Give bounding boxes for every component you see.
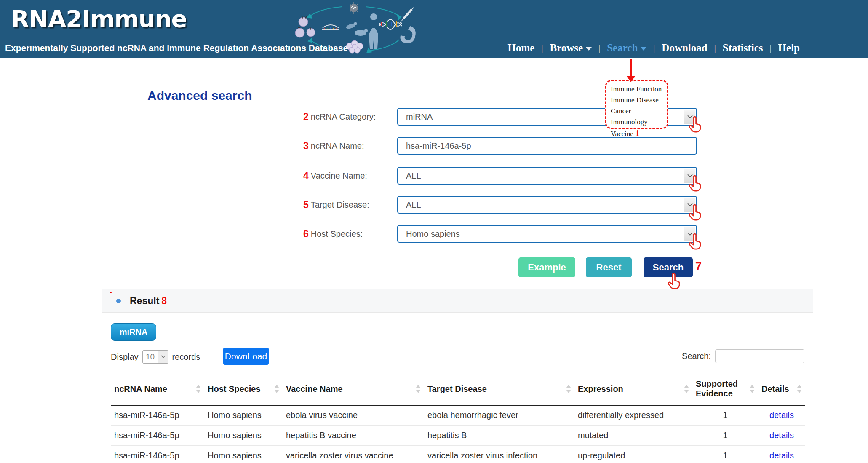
result-header: Result 8 xyxy=(102,289,813,313)
sort-icon[interactable] xyxy=(566,385,571,393)
annotation-step-8: 8 xyxy=(161,295,167,307)
cell-vaccine-name: varicella zoster virus vaccine xyxy=(283,446,424,463)
nav-statistics[interactable]: Statistics xyxy=(723,42,763,54)
annotation-arrow xyxy=(630,59,632,77)
details-link[interactable]: details xyxy=(769,410,794,420)
column-header-expression[interactable]: Expression xyxy=(574,373,692,405)
menu-item-cancer-immunology[interactable]: Cancer Immunology xyxy=(611,106,667,128)
nav-search[interactable]: Search xyxy=(607,42,646,54)
site-header: RNA2Immune xyxy=(0,0,868,58)
nav-help[interactable]: Help xyxy=(778,42,800,54)
ncrna-name-input[interactable] xyxy=(397,137,697,155)
sort-icon[interactable] xyxy=(750,385,754,393)
site-logo: RNA2Immune xyxy=(11,5,187,32)
table-row: hsa-miR-146a-5p Homo sapiens varicella z… xyxy=(111,446,805,463)
annotation-step-2: 2 xyxy=(303,111,309,123)
column-header-ncrna-name[interactable]: ncRNA Name xyxy=(111,373,204,405)
download-button[interactable]: DownLoad xyxy=(223,348,269,365)
reset-button[interactable]: Reset xyxy=(586,257,632,277)
table-search-input[interactable] xyxy=(715,349,804,363)
page-size-select[interactable]: 10 xyxy=(142,350,168,364)
page-length-control: Display 10 records xyxy=(111,348,200,365)
mirna-icon xyxy=(322,25,339,29)
cell-target-disease: ebola hemorrhagic fever xyxy=(424,405,574,426)
example-button[interactable]: Example xyxy=(518,257,575,277)
sort-icon[interactable] xyxy=(684,385,689,393)
cell-vaccine-name: ebola virus vaccine xyxy=(283,405,424,426)
hand-cursor-icon xyxy=(666,273,682,290)
vaccine-name-label: 4Vaccine Name: xyxy=(303,167,367,185)
cell-expression: mutated xyxy=(574,426,692,446)
page-title: Advanced search xyxy=(147,88,252,103)
table-row: hsa-miR-146a-5p Homo sapiens hepatitis B… xyxy=(111,426,805,446)
column-header-supported-evidence[interactable]: Supported Evidence xyxy=(692,373,758,405)
page-size-value: 10 xyxy=(143,352,158,361)
table-row: hsa-miR-146a-5p Homo sapiens ebola virus… xyxy=(111,405,805,426)
hand-cursor-icon xyxy=(687,175,703,192)
ncrna-category-label: 2ncRNA Category: xyxy=(303,108,376,126)
nav-separator: | xyxy=(714,43,716,53)
target-disease-select[interactable]: ALL xyxy=(397,196,697,214)
menu-item-vaccine[interactable]: Vaccine 1 xyxy=(611,128,667,139)
annotation-dot xyxy=(110,292,112,293)
details-link[interactable]: details xyxy=(769,451,794,460)
vaccine-name-select[interactable]: ALL xyxy=(397,167,697,185)
cell-ncrna-name: hsa-miR-146a-5p xyxy=(111,405,204,426)
sort-icon[interactable] xyxy=(196,385,200,393)
column-header-details[interactable]: Details xyxy=(758,373,805,405)
cell-target-disease: hepatitis B xyxy=(424,426,574,446)
details-link[interactable]: details xyxy=(769,431,794,440)
cell-ncrna-name: hsa-miR-146a-5p xyxy=(111,446,204,463)
target-disease-label: 5Target Disease: xyxy=(303,196,369,214)
page-size-dropdown-button[interactable] xyxy=(158,351,168,363)
column-header-target-disease[interactable]: Target Disease xyxy=(424,373,574,405)
menu-item-immune-disease[interactable]: Immune Disease xyxy=(611,95,667,106)
cell-ncrna-name: hsa-miR-146a-5p xyxy=(111,426,204,446)
sort-icon[interactable] xyxy=(275,385,279,393)
annotation-step-4: 4 xyxy=(303,170,309,182)
column-header-vaccine-name[interactable]: Vaccine Name xyxy=(283,373,424,405)
nav-separator: | xyxy=(541,43,543,53)
caret-down-icon xyxy=(641,47,646,51)
result-title: Result xyxy=(130,295,159,307)
nav-separator: | xyxy=(770,43,772,53)
nav-home[interactable]: Home xyxy=(508,42,535,54)
annotation-step-7: 7 xyxy=(695,260,702,273)
result-panel: Result 8 miRNA Display 10 records DownLo… xyxy=(102,289,813,463)
cell-supported-evidence: 1 xyxy=(692,446,758,463)
nav-download[interactable]: Download xyxy=(662,42,707,54)
vaccination-icon xyxy=(400,8,416,43)
table-search: Search: xyxy=(682,348,804,364)
column-header-host-species[interactable]: Host Species xyxy=(204,373,283,405)
cell-host-species: Homo sapiens xyxy=(204,446,283,463)
cell-expression: differentially expressed xyxy=(574,405,692,426)
menu-item-immune-function[interactable]: Immune Function xyxy=(611,84,667,95)
dna-icon xyxy=(379,19,402,29)
cell-vaccine-name: hepatitis B vaccine xyxy=(283,426,424,446)
nav-separator: | xyxy=(653,43,655,53)
table-search-label: Search: xyxy=(682,351,711,361)
hand-cursor-icon xyxy=(687,116,703,133)
nav-browse[interactable]: Browse xyxy=(550,42,592,54)
tab-mirna[interactable]: miRNA xyxy=(111,323,156,341)
cell-host-species: Homo sapiens xyxy=(204,426,283,446)
ncrna-name-label: 3ncRNA Name: xyxy=(303,137,364,155)
sort-icon[interactable] xyxy=(416,385,420,393)
annotation-arrowhead-icon xyxy=(627,76,635,82)
cell-supported-evidence: 1 xyxy=(692,426,758,446)
host-species-value: Homo sapiens xyxy=(406,229,460,239)
table-header-row: ncRNA Name Host Species Vaccine Name Tar… xyxy=(111,373,805,405)
site-tagline: Experimentally Supported ncRNA and Immun… xyxy=(5,43,348,53)
cell-expression: up-regulated xyxy=(574,446,692,463)
display-label: Display xyxy=(111,352,139,362)
hand-cursor-icon xyxy=(687,233,703,250)
page: RNA2Immune xyxy=(0,0,868,463)
host-species-select[interactable]: Homo sapiens xyxy=(397,225,697,243)
cell-host-species: Homo sapiens xyxy=(204,405,283,426)
vaccine-name-value: ALL xyxy=(406,171,421,181)
host-species-label: 6Host Species: xyxy=(303,225,363,243)
main-nav: Home | Browse | Search | Download | Stat… xyxy=(508,42,800,54)
target-disease-value: ALL xyxy=(406,200,421,210)
sort-icon[interactable] xyxy=(797,385,801,393)
records-label: records xyxy=(172,352,200,362)
